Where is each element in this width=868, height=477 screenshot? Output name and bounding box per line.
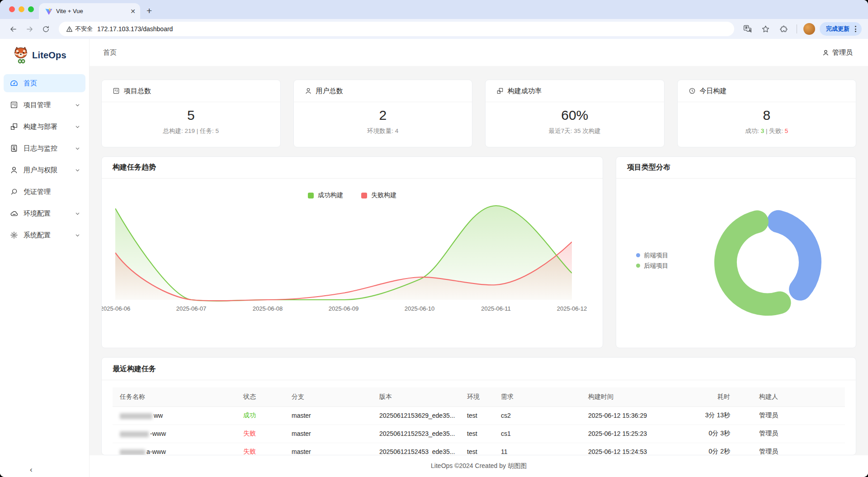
status-cell: 失败 — [236, 443, 284, 455]
chevron-down-icon — [75, 124, 80, 129]
duration-cell: 3分 13秒 — [674, 406, 737, 425]
sidebar-item-projects[interactable]: 项目管理 — [4, 96, 85, 114]
sidebar-collapse-icon[interactable]: ‹ — [30, 465, 33, 474]
bookmark-star-icon[interactable] — [759, 22, 772, 36]
col-task-name: 任务名称 — [113, 387, 236, 406]
x-tick: 2025-06-11 — [471, 305, 521, 312]
toolbar-right-icons: 完成更新 — [741, 22, 862, 36]
task-name-cell: a-www — [113, 443, 236, 455]
donut-slice-frontend — [778, 222, 810, 289]
legend-swatch-success — [308, 193, 314, 198]
trend-line-chart — [115, 201, 572, 305]
legend-item-fail[interactable]: 失败构建 — [361, 191, 396, 199]
redacted-task-name — [120, 413, 152, 419]
chrome-update-button[interactable]: 完成更新 — [820, 22, 862, 36]
duration-cell: 0分 3秒 — [674, 425, 737, 443]
reload-icon[interactable] — [39, 22, 52, 36]
table-row[interactable]: -www 失败 master 20250612152523_ede35... t… — [113, 425, 845, 443]
env-cell: test — [460, 443, 494, 455]
extensions-icon[interactable] — [777, 22, 790, 36]
logo[interactable]: LiteOps — [0, 39, 89, 71]
tab-close-icon[interactable]: ✕ — [130, 8, 136, 15]
task-name-cell: ww — [113, 406, 236, 425]
not-secure-chip[interactable]: 不安全 — [66, 25, 93, 33]
legend-item-success[interactable]: 成功构建 — [308, 191, 343, 199]
url-text[interactable]: 172.17.103.173/dashboard — [97, 25, 173, 33]
legend-item-backend[interactable]: 后端项目 — [636, 260, 668, 271]
sidebar-item-credentials[interactable]: 凭证管理 — [4, 183, 85, 201]
redacted-task-name — [120, 449, 145, 455]
branch-cell: master — [284, 406, 372, 425]
sidebar-item-label: 凭证管理 — [24, 188, 80, 196]
close-window-button[interactable] — [9, 6, 15, 12]
browser-menu-icon[interactable] — [852, 26, 859, 32]
stat-card-success-rate: 构建成功率 60% 最近7天: 35 次构建 — [485, 80, 665, 147]
new-tab-button[interactable]: + — [146, 5, 152, 16]
stat-value: 5 — [102, 108, 280, 123]
sidebar-item-users-permissions[interactable]: 用户与权限 — [4, 161, 85, 179]
sidebar-item-system[interactable]: 系统配置 — [4, 226, 85, 244]
version-cell: 20250612153629_ede35... — [372, 406, 460, 425]
stats-row: 项目总数 5 总构建: 219 | 任务: 5 用户总数 2 环境数量: 4 — [101, 80, 856, 147]
sidebar-item-label: 项目管理 — [24, 101, 70, 109]
zoom-window-button[interactable] — [28, 6, 34, 12]
duration-cell: 0分 2秒 — [674, 443, 737, 455]
build-icon — [10, 123, 18, 131]
stat-value: 2 — [294, 108, 472, 123]
user-menu[interactable]: 管理员 — [822, 48, 853, 57]
build-time-cell: 2025-06-12 15:36:29 — [581, 406, 674, 425]
toolbar-divider — [797, 24, 797, 33]
user-icon — [822, 49, 829, 56]
sidebar-item-label: 环境配置 — [24, 209, 70, 218]
sidebar-item-label: 系统配置 — [24, 231, 70, 240]
x-tick: 2025-06-09 — [319, 305, 368, 312]
stat-value: 8 — [678, 108, 856, 123]
build-icon — [496, 87, 504, 94]
sidebar-item-environment[interactable]: 环境配置 — [4, 204, 85, 222]
sidebar-item-label: 构建与部署 — [24, 123, 70, 131]
sidebar: LiteOps 首页 项目管理 — [0, 39, 90, 477]
minimize-window-button[interactable] — [19, 6, 24, 12]
window-controls — [9, 6, 34, 12]
user-name: 管理员 — [832, 48, 853, 57]
translate-icon[interactable] — [741, 22, 754, 36]
magnifier-icon — [10, 188, 18, 196]
clock-icon — [689, 87, 696, 94]
forward-icon[interactable] — [23, 22, 36, 36]
sidebar-item-label: 日志与监控 — [24, 144, 70, 153]
chevron-down-icon — [75, 233, 80, 238]
url-bar[interactable]: 不安全 172.17.103.173/dashboard — [59, 22, 734, 36]
builder-cell: 管理员 — [737, 425, 845, 443]
env-cell: test — [460, 406, 494, 425]
user-icon — [305, 87, 312, 94]
col-build-time: 构建时间 — [581, 387, 674, 406]
project-icon — [10, 101, 18, 109]
table-row[interactable]: a-www 失败 master 20250612152453_ede35... … — [113, 443, 845, 455]
stat-title: 今日构建 — [700, 87, 727, 95]
sidebar-item-label: 首页 — [24, 79, 80, 88]
browser-tab[interactable]: Vite + Vue ✕ — [39, 3, 140, 19]
project-type-donut-chart — [709, 203, 827, 321]
back-icon[interactable] — [6, 22, 20, 36]
table-row[interactable]: ww 成功 master 20250612153629_ede35... tes… — [113, 406, 845, 425]
legend-dot-frontend — [636, 253, 640, 257]
user-icon — [10, 166, 18, 174]
liteops-panda-logo-icon — [13, 46, 29, 64]
table-header-row: 任务名称 状态 分支 版本 环境 需求 构建时间 耗时 构建人 — [113, 387, 845, 406]
requirement-cell: cs2 — [494, 406, 581, 425]
x-tick: 2025-06-10 — [395, 305, 444, 312]
charts-row: 构建任务趋势 成功构建 失败构建 — [101, 156, 856, 348]
sidebar-item-logs-monitoring[interactable]: 日志与监控 — [4, 139, 85, 157]
chrome-update-label: 完成更新 — [826, 25, 849, 33]
builder-cell: 管理员 — [737, 443, 845, 455]
distribution-chart-body: 前端项目 后端项目 — [616, 179, 856, 348]
profile-avatar[interactable] — [803, 23, 815, 35]
sidebar-item-home[interactable]: 首页 — [4, 74, 85, 92]
stat-card-today-builds: 今日构建 8 成功: 3 | 失败: 5 — [677, 80, 857, 147]
requirement-cell: 11 — [494, 443, 581, 455]
sidebar-nav: 首页 项目管理 构建与部署 — [0, 71, 89, 251]
footer-text: LiteOps ©2024 Created by 胡图图 — [431, 462, 527, 470]
legend-item-frontend[interactable]: 前端项目 — [636, 250, 668, 260]
x-tick: 2025-06-12 — [547, 305, 597, 312]
sidebar-item-build-deploy[interactable]: 构建与部署 — [4, 118, 85, 136]
